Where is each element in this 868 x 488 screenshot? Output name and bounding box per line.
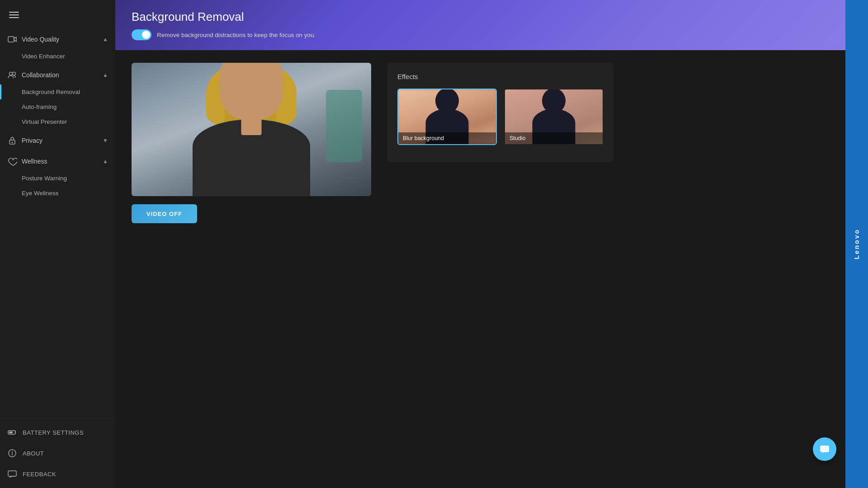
svg-point-8: [12, 451, 13, 452]
sidebar-item-background-removal[interactable]: Background Removal: [0, 84, 115, 99]
sidebar-label-video-quality: Video Quality: [22, 36, 103, 43]
sidebar-item-eye-wellness[interactable]: Eye Wellness: [0, 186, 115, 201]
sidebar: Video Quality ▲ Video Enhancer Collabora…: [0, 0, 115, 488]
wellness-icon: [7, 156, 17, 166]
video-quality-icon: [7, 34, 17, 44]
sidebar-section-header-privacy[interactable]: Privacy ▼: [0, 131, 115, 150]
svg-point-2: [13, 72, 16, 75]
sidebar-item-about[interactable]: ABOUT: [0, 443, 115, 464]
chevron-down-icon-privacy: ▼: [103, 137, 108, 144]
collaboration-icon: [7, 70, 17, 80]
sidebar-item-auto-framing[interactable]: Auto-framing: [0, 99, 115, 114]
svg-rect-9: [8, 471, 16, 476]
page-title: Background Removal: [132, 10, 852, 24]
sidebar-section-collaboration: Collaboration ▲ Background Removal Auto-…: [0, 66, 115, 129]
video-frame: [132, 63, 371, 196]
effects-title: Effects: [397, 73, 604, 80]
svg-point-1: [9, 72, 13, 75]
sidebar-section-header-video-quality[interactable]: Video Quality ▲: [0, 30, 115, 49]
video-section: VIDEO OFF: [132, 63, 371, 223]
menu-button[interactable]: [0, 0, 115, 30]
sidebar-section-header-collaboration[interactable]: Collaboration ▲: [0, 66, 115, 84]
blur-background-label: Blur background: [398, 132, 496, 144]
sidebar-section-header-wellness[interactable]: Wellness ▲: [0, 152, 115, 171]
sidebar-label-collaboration: Collaboration: [22, 71, 103, 79]
sidebar-item-video-enhancer[interactable]: Video Enhancer: [0, 49, 115, 64]
chevron-up-icon: ▲: [103, 36, 108, 42]
sidebar-label-privacy: Privacy: [22, 137, 103, 144]
svg-point-4: [12, 142, 13, 143]
sidebar-section-privacy: Privacy ▼: [0, 131, 115, 150]
privacy-icon: [7, 136, 17, 145]
svg-rect-10: [820, 446, 829, 452]
chevron-up-icon-collab: ▲: [103, 72, 108, 78]
effects-panel: Effects: [387, 63, 613, 162]
chevron-up-icon-wellness: ▲: [103, 158, 108, 164]
content-area: VIDEO OFF Effects: [115, 50, 868, 488]
effect-card-blur-background[interactable]: Blur background: [397, 89, 497, 145]
sidebar-item-posture-warning[interactable]: Posture Warning: [0, 171, 115, 186]
sidebar-section-video-quality: Video Quality ▲ Video Enhancer: [0, 30, 115, 64]
chat-icon: [819, 444, 830, 455]
sidebar-label-wellness: Wellness: [22, 158, 103, 165]
sidebar-item-virtual-presenter[interactable]: Virtual Presenter: [0, 114, 115, 129]
video-preview: [132, 63, 371, 196]
lenovo-brand-badge: Lenovo: [845, 0, 868, 488]
studio-label: Studio: [505, 132, 603, 144]
svg-rect-6: [9, 432, 13, 433]
feedback-icon: [7, 469, 17, 479]
sidebar-bottom: BATTERY SETTINGS ABOUT FEEDBACK: [0, 418, 115, 488]
background-removal-toggle[interactable]: [132, 29, 151, 40]
chat-fab-button[interactable]: [813, 437, 836, 461]
sidebar-item-battery-settings[interactable]: BATTERY SETTINGS: [0, 422, 115, 443]
effect-card-studio[interactable]: Studio: [504, 89, 604, 145]
video-off-button[interactable]: VIDEO OFF: [132, 204, 197, 223]
info-icon: [7, 448, 17, 458]
battery-icon: [7, 427, 17, 437]
header-subtitle: Remove background distractions to keep t…: [157, 32, 316, 38]
sidebar-section-wellness: Wellness ▲ Posture Warning Eye Wellness: [0, 152, 115, 201]
page-header: Background Removal Remove background dis…: [115, 0, 868, 50]
lenovo-text: Lenovo: [853, 229, 860, 259]
main-content: Background Removal Remove background dis…: [115, 0, 868, 488]
svg-rect-0: [8, 37, 14, 42]
toggle-row: Remove background distractions to keep t…: [132, 29, 852, 40]
effects-grid: Blur background Studio: [397, 89, 604, 145]
sidebar-item-feedback[interactable]: FEEDBACK: [0, 464, 115, 484]
